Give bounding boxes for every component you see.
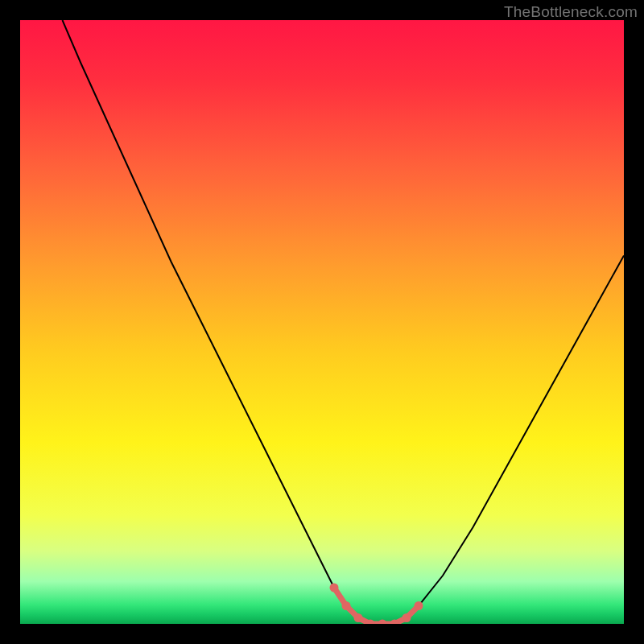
optimal-range-dot [415, 601, 423, 610]
watermark-text: TheBottleneck.com [504, 3, 638, 21]
chart-container: TheBottleneck.com [0, 0, 644, 644]
bottleneck-chart [20, 20, 624, 624]
optimal-range-dot [354, 613, 363, 622]
optimal-range-dot [330, 584, 339, 592]
plot-background [20, 20, 624, 624]
optimal-range-dot [402, 613, 411, 622]
optimal-range-dot [342, 601, 351, 610]
